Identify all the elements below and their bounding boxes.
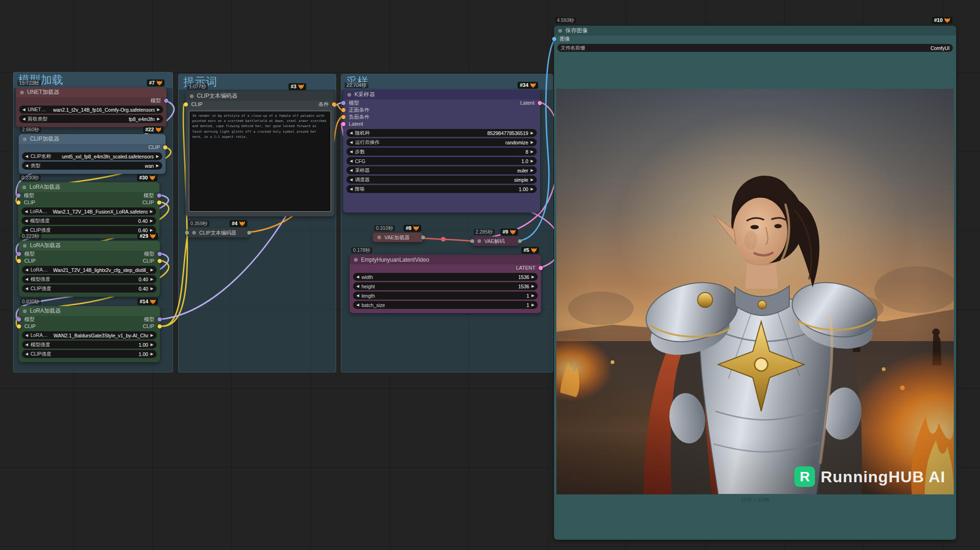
collapse-dot-icon[interactable] <box>192 231 196 235</box>
prev-arrow-icon[interactable]: ◀ <box>350 159 353 163</box>
clip-input-slot[interactable] <box>184 102 188 107</box>
node-header[interactable]: LoRA加载器 <box>19 306 160 316</box>
collapse-dot-icon[interactable] <box>377 236 381 239</box>
widget-seed[interactable]: ◀随机种852984778536519▶ <box>346 129 537 137</box>
node-header[interactable]: CLIP加载器 <box>19 134 166 144</box>
collapsed-output-slot[interactable] <box>518 239 522 243</box>
clip-input-slot[interactable] <box>17 324 21 329</box>
next-arrow-icon[interactable]: ▶ <box>531 168 533 172</box>
widget-model-strength[interactable]: ◀模型强度0.40▶ <box>22 217 156 225</box>
model-input-slot[interactable] <box>17 317 21 321</box>
negative-input-slot[interactable] <box>341 115 346 119</box>
model-output-slot[interactable] <box>157 193 161 198</box>
widget-lora-name[interactable]: ◀LoRA名称Wan2.1_T2V_14B_FusionX_LoRA.safet… <box>22 207 156 215</box>
prev-arrow-icon[interactable]: ◀ <box>25 333 28 337</box>
node-header[interactable]: UNET加载器 <box>16 87 166 97</box>
next-arrow-icon[interactable]: ▶ <box>157 107 160 112</box>
widget-model-strength[interactable]: ◀模型强度0.40▶ <box>22 275 157 283</box>
latent-input-slot[interactable] <box>341 122 346 126</box>
collapse-dot-icon[interactable] <box>477 239 481 243</box>
prev-arrow-icon[interactable]: ◀ <box>25 209 28 214</box>
widget-model-strength[interactable]: ◀模型强度1.00▶ <box>22 341 157 349</box>
widget-width[interactable]: ◀width1536▶ <box>353 273 538 281</box>
node-unet-loader[interactable]: 15.723秒 #7 UNET加载器 模型 ◀UNET名称wan2.1_t2v_… <box>16 87 166 127</box>
clip-output-slot[interactable] <box>163 145 167 150</box>
prev-arrow-icon[interactable]: ◀ <box>25 277 28 281</box>
node-lora-loader-1[interactable]: 0.230秒 #30 LoRA加载器 模型 模型 CLIP CLIP ◀LoRA… <box>18 182 159 238</box>
prev-arrow-icon[interactable]: ◀ <box>356 303 359 307</box>
prev-arrow-icon[interactable]: ◀ <box>25 228 28 232</box>
widget-cfg[interactable]: ◀CFG1.0▶ <box>346 157 537 165</box>
collapsed-input-slot[interactable] <box>470 239 474 243</box>
widget-height[interactable]: ◀height1536▶ <box>353 282 538 290</box>
node-lora-loader-2[interactable]: 0.223秒 #29 LoRA加载器 模型 模型 CLIP CLIP ◀LoRA… <box>19 241 160 297</box>
collapse-dot-icon[interactable] <box>23 137 27 141</box>
next-arrow-icon[interactable]: ▶ <box>531 187 533 191</box>
next-arrow-icon[interactable]: ▶ <box>156 154 159 158</box>
prev-arrow-icon[interactable]: ◀ <box>25 286 28 291</box>
next-arrow-icon[interactable]: ▶ <box>150 209 153 214</box>
positive-input-slot[interactable] <box>341 108 346 112</box>
next-arrow-icon[interactable]: ▶ <box>151 286 153 291</box>
collapsed-output-slot[interactable] <box>247 231 251 235</box>
next-arrow-icon[interactable]: ▶ <box>151 277 153 281</box>
latent-output-slot[interactable] <box>538 101 542 105</box>
prev-arrow-icon[interactable]: ◀ <box>25 268 28 272</box>
next-arrow-icon[interactable]: ▶ <box>151 268 153 272</box>
node-vae-loader[interactable]: 0.310秒 #8 VAE加载器 <box>373 233 423 242</box>
prev-arrow-icon[interactable]: ◀ <box>25 154 28 158</box>
next-arrow-icon[interactable]: ▶ <box>151 352 153 356</box>
node-empty-hunyuan-latent-video[interactable]: 0.178秒 #5 EmptyHunyuanLatentVideo LATENT… <box>350 255 541 313</box>
conditioning-output-slot[interactable] <box>332 102 336 107</box>
widget-denoise[interactable]: ◀降噪1.00▶ <box>346 185 537 193</box>
prev-arrow-icon[interactable]: ◀ <box>356 284 359 288</box>
widget-clip-name[interactable]: ◀CLIP名称umt5_xxl_fp8_e4m3fn_scaled.safete… <box>22 152 162 160</box>
prev-arrow-icon[interactable]: ◀ <box>25 219 28 223</box>
collapse-dot-icon[interactable] <box>23 244 27 248</box>
prev-arrow-icon[interactable]: ◀ <box>22 117 25 121</box>
next-arrow-icon[interactable]: ▶ <box>151 333 153 337</box>
next-arrow-icon[interactable]: ▶ <box>532 275 534 279</box>
model-output-slot[interactable] <box>164 99 168 103</box>
prev-arrow-icon[interactable]: ◀ <box>350 168 353 172</box>
node-clip-text-encode-positive[interactable]: 1.077秒 #3 CLIP文本编码器 CLIP 条件 3d render in… <box>186 91 334 216</box>
latent-output-slot[interactable] <box>539 266 543 270</box>
node-clip-loader[interactable]: 2.660秒 #22 CLIP加载器 CLIP ◀CLIP名称umt5_xxl_… <box>19 134 166 174</box>
next-arrow-icon[interactable]: ▶ <box>531 140 533 144</box>
image-input-slot[interactable] <box>552 37 556 41</box>
node-lora-loader-3[interactable]: 0.830秒 #14 LoRA加载器 模型 模型 CLIP CLIP ◀LoRA… <box>19 306 160 362</box>
node-save-image[interactable]: 4.593秒 #10 保存图像 图像 文件名前缀 ComfyUI <box>554 26 956 540</box>
prev-arrow-icon[interactable]: ◀ <box>350 178 353 182</box>
collapsed-output-slot[interactable] <box>421 236 425 239</box>
next-arrow-icon[interactable]: ▶ <box>150 219 153 223</box>
clip-input-slot[interactable] <box>16 200 21 205</box>
widget-length[interactable]: ◀length1▶ <box>353 292 538 300</box>
prev-arrow-icon[interactable]: ◀ <box>25 164 28 168</box>
collapsed-input-slot[interactable] <box>185 231 189 235</box>
clip-output-slot[interactable] <box>157 200 161 205</box>
collapse-dot-icon[interactable] <box>347 93 351 97</box>
prompt-textarea[interactable]: 3d render in bg artstyle of a close-up o… <box>189 111 331 212</box>
next-arrow-icon[interactable]: ▶ <box>531 150 533 154</box>
next-arrow-icon[interactable]: ▶ <box>150 228 153 232</box>
clip-input-slot[interactable] <box>17 259 21 263</box>
clip-output-slot[interactable] <box>158 259 162 263</box>
collapse-dot-icon[interactable] <box>558 29 562 33</box>
widget-unet-name[interactable]: ◀UNET名称wan2.1_t2v_14B_fp16_Comfy-Org.saf… <box>19 106 163 114</box>
model-input-slot[interactable] <box>16 193 21 198</box>
next-arrow-icon[interactable]: ▶ <box>531 131 533 135</box>
next-arrow-icon[interactable]: ▶ <box>531 178 533 182</box>
clip-output-slot[interactable] <box>158 324 162 329</box>
widget-sampler-name[interactable]: ◀采样器euler▶ <box>346 166 537 174</box>
model-input-slot[interactable] <box>17 252 21 256</box>
widget-filename-prefix[interactable]: 文件名前缀 ComfyUI <box>557 44 953 52</box>
collapse-dot-icon[interactable] <box>354 258 358 262</box>
prev-arrow-icon[interactable]: ◀ <box>356 293 359 298</box>
widget-clip-strength[interactable]: ◀CLIP强度0.40▶ <box>22 285 157 293</box>
node-vae-decode[interactable]: 2.285秒 #9 VAE解码 <box>472 236 520 246</box>
widget-batch-size[interactable]: ◀batch_size1▶ <box>353 301 538 309</box>
widget-lora-name[interactable]: ◀LoRA名称Wan21_T2V_14B_lightx2v_cfg_step_d… <box>22 266 157 274</box>
widget-steps[interactable]: ◀步数8▶ <box>346 148 537 156</box>
node-header[interactable]: K采样器 <box>343 90 540 100</box>
prev-arrow-icon[interactable]: ◀ <box>350 150 353 154</box>
